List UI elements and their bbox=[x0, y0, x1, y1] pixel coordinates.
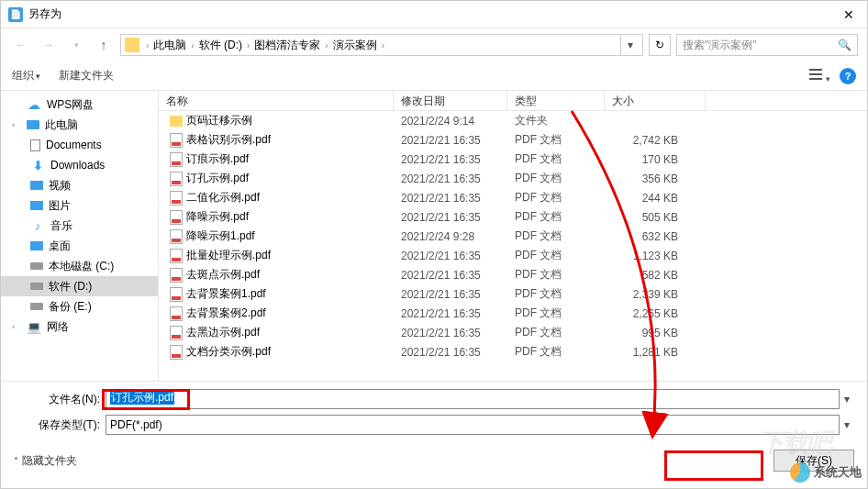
file-date: 2021/2/21 16:35 bbox=[394, 269, 507, 282]
dl-icon: ⬇ bbox=[30, 158, 45, 172]
file-row[interactable]: 表格识别示例.pdf2021/2/21 16:35PDF 文档2,742 KB bbox=[159, 130, 867, 150]
file-date: 2021/2/21 16:35 bbox=[394, 153, 507, 166]
file-row[interactable]: 订孔示例.pdf2021/2/21 16:35PDF 文档356 KB bbox=[159, 169, 867, 188]
file-size: 582 KB bbox=[605, 269, 706, 282]
filetype-select[interactable]: PDF(*.pdf) bbox=[106, 415, 840, 435]
file-row[interactable]: 去黑边示例.pdf2021/2/21 16:35PDF 文档995 KB bbox=[159, 323, 867, 342]
file-row[interactable]: 降噪示例1.pdf2021/2/24 9:28PDF 文档632 KB bbox=[159, 227, 867, 246]
close-button[interactable]: ✕ bbox=[830, 1, 867, 28]
search-placeholder: 搜索"演示案例" bbox=[683, 38, 757, 53]
file-list-body[interactable]: 页码迁移示例2021/2/24 9:14文件夹表格识别示例.pdf2021/2/… bbox=[159, 111, 867, 381]
svg-rect-1 bbox=[809, 73, 822, 75]
pdf-icon bbox=[170, 326, 183, 340]
sidebar-item-label: 视频 bbox=[49, 178, 71, 194]
file-name: 二值化示例.pdf bbox=[186, 190, 260, 206]
pc-icon bbox=[27, 120, 39, 129]
file-name: 订痕示例.pdf bbox=[186, 151, 249, 167]
file-date: 2021/2/21 16:35 bbox=[394, 172, 507, 185]
file-row[interactable]: 二值化示例.pdf2021/2/21 16:35PDF 文档244 KB bbox=[159, 188, 867, 207]
file-list: 名称 修改日期 类型 大小 页码迁移示例2021/2/24 9:14文件夹表格识… bbox=[159, 91, 867, 381]
col-size[interactable]: 大小 bbox=[605, 91, 706, 110]
chevron-right-icon: › bbox=[325, 40, 328, 50]
search-input[interactable]: 搜索"演示案例" 🔍 bbox=[676, 34, 858, 56]
file-row[interactable]: 去背景案例1.pdf2021/2/21 16:35PDF 文档2,339 KB bbox=[159, 284, 867, 304]
view-options-button[interactable]: ▾ bbox=[808, 67, 830, 84]
watermark-bg: 下载吧 bbox=[759, 426, 830, 461]
file-name: 降噪示例.pdf bbox=[186, 209, 249, 225]
file-size: 1,281 KB bbox=[605, 346, 706, 359]
filename-label: 文件名(N): bbox=[14, 392, 106, 407]
file-row[interactable]: 去斑点示例.pdf2021/2/21 16:35PDF 文档582 KB bbox=[159, 265, 867, 284]
file-type: PDF 文档 bbox=[507, 344, 605, 360]
pdf-icon bbox=[170, 345, 183, 360]
file-row[interactable]: 订痕示例.pdf2021/2/21 16:35PDF 文档170 KB bbox=[159, 150, 867, 169]
folder-icon bbox=[170, 116, 183, 127]
file-type: PDF 文档 bbox=[507, 132, 605, 148]
chevron-right-icon: › bbox=[146, 40, 149, 50]
doc-icon bbox=[30, 139, 40, 151]
up-button[interactable]: ↑ bbox=[93, 34, 115, 56]
chevron-right-icon: › bbox=[191, 40, 194, 50]
breadcrumb-item[interactable]: 此电脑 bbox=[151, 38, 188, 53]
organize-button[interactable]: 组织 ▾ bbox=[12, 68, 40, 83]
filename-dropdown[interactable]: ▾ bbox=[840, 393, 854, 406]
breadcrumb-item[interactable]: 演示案例 bbox=[331, 38, 379, 53]
sidebar-item-label: 音乐 bbox=[50, 218, 72, 234]
sidebar-item[interactable]: 视频 bbox=[1, 175, 158, 195]
filename-input[interactable]: 订孔示例.pdf bbox=[106, 389, 840, 409]
file-row[interactable]: 批量处理示例.pdf2021/2/21 16:35PDF 文档1,123 KB bbox=[159, 246, 867, 265]
help-button[interactable]: ? bbox=[840, 68, 856, 84]
file-size: 1,123 KB bbox=[605, 250, 706, 262]
col-type[interactable]: 类型 bbox=[507, 91, 605, 110]
file-size: 632 KB bbox=[605, 230, 706, 243]
file-row[interactable]: 降噪示例.pdf2021/2/21 16:35PDF 文档505 KB bbox=[159, 207, 867, 227]
sidebar-item[interactable]: ›💻网络 bbox=[1, 317, 158, 337]
file-date: 2021/2/21 16:35 bbox=[394, 327, 507, 339]
sidebar-item[interactable]: ☁WPS网盘 bbox=[1, 94, 158, 115]
file-name: 降噪示例1.pdf bbox=[186, 228, 255, 244]
sidebar-item[interactable]: 桌面 bbox=[1, 236, 158, 256]
window-title: 另存为 bbox=[28, 6, 830, 22]
main-area: ☁WPS网盘›此电脑Documents⬇Downloads视频图片♪音乐桌面本地… bbox=[1, 91, 867, 381]
breadcrumb-item[interactable]: 软件 (D:) bbox=[197, 38, 244, 53]
refresh-button[interactable]: ↻ bbox=[649, 34, 671, 56]
sidebar-item[interactable]: ♪音乐 bbox=[1, 216, 158, 236]
breadcrumb[interactable]: › 此电脑 › 软件 (D:) › 图档清洁专家 › 演示案例 › ▾ bbox=[120, 34, 643, 56]
net-icon: 💻 bbox=[27, 319, 41, 334]
file-date: 2021/2/21 16:35 bbox=[394, 288, 507, 301]
sidebar-item[interactable]: 图片 bbox=[1, 195, 158, 216]
breadcrumb-dropdown[interactable]: ▾ bbox=[620, 35, 639, 55]
file-type: PDF 文档 bbox=[507, 209, 605, 225]
search-icon[interactable]: 🔍 bbox=[838, 39, 851, 51]
sidebar-item[interactable]: 备份 (E:) bbox=[1, 296, 158, 317]
file-name: 去背景案例2.pdf bbox=[186, 306, 266, 321]
app-icon: 📄 bbox=[8, 7, 23, 22]
sidebar-item[interactable]: ›此电脑 bbox=[1, 115, 158, 135]
forward-button[interactable]: → bbox=[38, 34, 60, 56]
file-row[interactable]: 去背景案例2.pdf2021/2/21 16:35PDF 文档2,265 KB bbox=[159, 304, 867, 323]
svg-rect-0 bbox=[809, 69, 822, 71]
sidebar-item[interactable]: Documents bbox=[1, 135, 158, 155]
file-type: PDF 文档 bbox=[507, 228, 605, 244]
file-size: 2,265 KB bbox=[605, 307, 706, 320]
back-button[interactable]: ← bbox=[10, 34, 32, 56]
file-row[interactable]: 文档分类示例.pdf2021/2/21 16:35PDF 文档1,281 KB bbox=[159, 342, 867, 361]
breadcrumb-item[interactable]: 图档清洁专家 bbox=[252, 38, 322, 53]
sidebar-item[interactable]: ⬇Downloads bbox=[1, 155, 158, 175]
hide-folders-button[interactable]: ˄ 隐藏文件夹 bbox=[14, 453, 77, 469]
file-date: 2021/2/24 9:28 bbox=[394, 230, 507, 243]
filetype-dropdown[interactable]: ▾ bbox=[840, 418, 854, 431]
sidebar-item[interactable]: 本地磁盘 (C:) bbox=[1, 256, 158, 276]
sidebar-item[interactable]: 软件 (D:) bbox=[1, 276, 158, 296]
file-row[interactable]: 页码迁移示例2021/2/24 9:14文件夹 bbox=[159, 111, 867, 130]
recent-dropdown[interactable]: ▾ bbox=[65, 34, 87, 56]
drive-icon bbox=[30, 283, 43, 290]
col-date[interactable]: 修改日期 bbox=[394, 91, 507, 110]
sidebar-item-label: 此电脑 bbox=[45, 117, 78, 133]
watermark: 系统天地 bbox=[790, 462, 862, 483]
file-name: 去背景案例1.pdf bbox=[186, 286, 266, 302]
col-name[interactable]: 名称 bbox=[159, 91, 394, 110]
pdf-icon bbox=[170, 133, 183, 148]
new-folder-button[interactable]: 新建文件夹 bbox=[59, 68, 114, 83]
file-size: 2,742 KB bbox=[605, 134, 706, 147]
